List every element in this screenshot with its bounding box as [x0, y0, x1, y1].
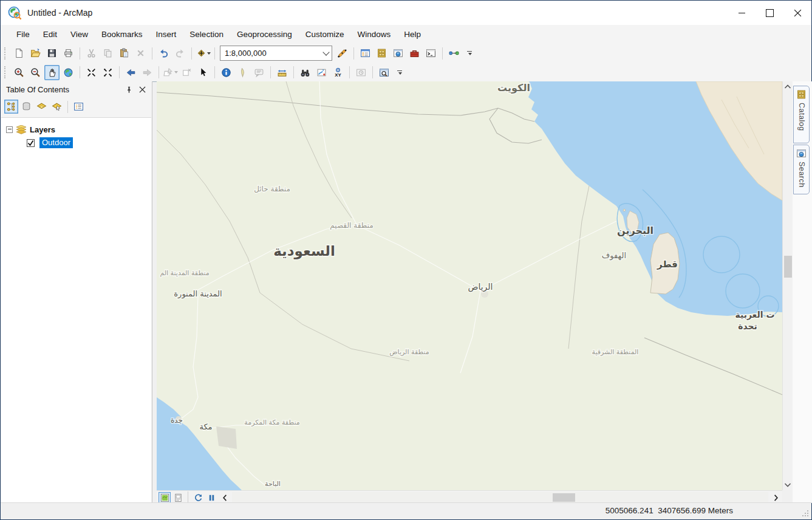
modelbuilder-button[interactable] — [446, 46, 462, 61]
create-viewer-window-tool[interactable] — [377, 65, 392, 80]
hyperlink-tool[interactable] — [235, 65, 250, 80]
list-by-selection-button[interactable] — [50, 100, 64, 114]
data-view-button[interactable] — [159, 492, 171, 504]
save-button[interactable] — [44, 46, 60, 61]
map-scale-combo[interactable]: 1:8,000,000 — [220, 46, 332, 61]
new-map-file-button[interactable] — [12, 46, 27, 61]
toc-options-button[interactable] — [72, 100, 86, 114]
horizontal-scrollbar[interactable] — [232, 492, 768, 503]
delete-button[interactable] — [133, 46, 148, 61]
select-features-tool[interactable] — [163, 65, 178, 80]
layer-row-outdoor[interactable]: Outdoor — [1, 136, 151, 149]
right-dock: Catalog Search — [793, 81, 812, 503]
layer-label-outdoor[interactable]: Outdoor — [39, 137, 73, 148]
pan-tool[interactable] — [44, 65, 60, 80]
html-popup-tool[interactable] — [251, 65, 267, 80]
collapse-expander[interactable] — [6, 126, 13, 133]
toc-pin-button[interactable] — [123, 84, 135, 96]
layers-group-row[interactable]: Layers — [1, 123, 151, 136]
table-of-contents-window-button[interactable] — [358, 46, 373, 61]
go-to-xy-tool[interactable]: XY — [330, 65, 346, 80]
python-window-button[interactable] — [423, 46, 438, 61]
layer-checkbox[interactable] — [27, 139, 35, 147]
find-route-tool[interactable] — [314, 65, 329, 80]
fixed-zoom-out-tool[interactable] — [100, 65, 115, 80]
map-label: جدة — [171, 416, 183, 425]
go-forward-extent-button[interactable] — [140, 65, 155, 80]
resize-grip[interactable] — [802, 510, 809, 517]
catalog-window-button[interactable] — [374, 46, 389, 61]
search-window-button[interactable] — [391, 46, 406, 61]
menu-help[interactable]: Help — [397, 27, 428, 42]
list-by-visibility-button[interactable] — [35, 100, 49, 114]
measure-tool[interactable] — [275, 65, 290, 80]
menu-selection[interactable]: Selection — [183, 27, 230, 42]
zoom-in-tool[interactable] — [12, 65, 27, 80]
vscroll-up-arrow[interactable] — [783, 81, 793, 92]
find-tool[interactable] — [298, 65, 313, 80]
cut-button[interactable] — [84, 46, 99, 61]
list-by-drawing-order-button[interactable] — [4, 100, 18, 114]
go-back-extent-button[interactable] — [123, 65, 138, 80]
select-features-caret — [174, 71, 178, 74]
toolbar-grip[interactable] — [4, 66, 8, 78]
pause-drawing-button[interactable] — [205, 492, 217, 504]
open-button[interactable] — [28, 46, 43, 61]
menu-bookmarks[interactable]: Bookmarks — [95, 27, 149, 42]
toolbar-grip[interactable] — [4, 47, 8, 60]
full-extent-tool[interactable] — [61, 65, 76, 80]
standard-toolbar-options-button[interactable] — [465, 51, 474, 55]
menu-geoprocessing[interactable]: Geoprocessing — [230, 27, 299, 42]
menu-windows[interactable]: Windows — [351, 27, 398, 42]
layers-group-label[interactable]: Layers — [30, 125, 55, 134]
data-view-icon — [160, 493, 169, 502]
add-data-diamond-icon — [196, 48, 206, 58]
vertical-scrollbar[interactable] — [782, 81, 793, 490]
paste-button[interactable] — [117, 46, 132, 61]
minimize-button[interactable] — [728, 1, 756, 25]
menu-insert[interactable]: Insert — [149, 27, 183, 42]
time-slider-tool[interactable] — [353, 65, 369, 80]
zoom-out-icon — [30, 67, 41, 78]
map-label: منطقة مكة المكرمة — [244, 419, 299, 426]
search-tab[interactable]: Search — [793, 145, 810, 194]
list-by-source-button[interactable] — [19, 100, 33, 114]
zoom-out-tool[interactable] — [28, 65, 43, 80]
hscroll-right-arrow[interactable] — [769, 492, 782, 504]
add-data-button[interactable] — [196, 46, 211, 61]
horizontal-scrollbar-thumb[interactable] — [553, 493, 575, 502]
undo-arrow-icon — [159, 48, 169, 58]
print-button[interactable] — [61, 46, 76, 61]
delete-x-icon — [135, 48, 146, 58]
close-button[interactable] — [783, 1, 811, 25]
identify-tool[interactable] — [219, 65, 234, 80]
menu-view[interactable]: View — [64, 27, 95, 42]
toc-close-button[interactable] — [136, 84, 148, 96]
menu-customize[interactable]: Customize — [299, 27, 351, 42]
identify-info-icon — [221, 67, 231, 78]
scale-dropdown-button[interactable] — [320, 46, 332, 60]
vscroll-down-arrow[interactable] — [783, 480, 793, 490]
menu-edit[interactable]: Edit — [36, 27, 64, 42]
arctoolbox-window-button[interactable] — [407, 46, 422, 61]
undo-button[interactable] — [156, 46, 171, 61]
maximize-button[interactable] — [756, 1, 783, 25]
editor-toolbar-button[interactable] — [335, 46, 350, 61]
select-features-icon — [163, 67, 174, 78]
catalog-tab[interactable]: Catalog — [793, 86, 810, 143]
tools-toolbar-options-button[interactable] — [395, 70, 404, 75]
close-icon — [794, 9, 802, 17]
layout-view-button[interactable] — [172, 492, 184, 504]
refresh-view-button[interactable] — [192, 492, 204, 504]
select-elements-tool[interactable] — [196, 65, 211, 80]
map-view[interactable]: الكويتمنطقة حائلمنطقة القصيمالسعوديةالبح… — [157, 81, 782, 490]
redo-button[interactable] — [172, 46, 188, 61]
menu-file[interactable]: File — [10, 27, 36, 42]
fixed-zoom-in-tool[interactable] — [84, 65, 99, 80]
clear-selected-features-button[interactable] — [179, 65, 194, 80]
vertical-scrollbar-thumb[interactable] — [784, 256, 792, 278]
hscroll-left-arrow[interactable] — [219, 492, 231, 504]
search-window-icon — [393, 48, 403, 58]
copy-button[interactable] — [100, 46, 115, 61]
selection-layer-icon — [52, 101, 62, 112]
